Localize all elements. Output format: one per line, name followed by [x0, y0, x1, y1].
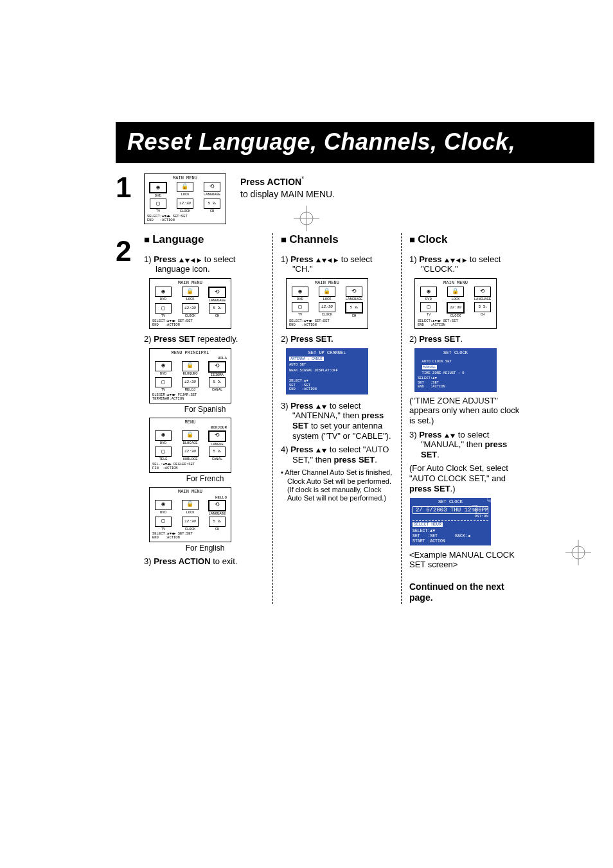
- example-caption: <Example MANUAL CLOCK SET screen>: [409, 550, 523, 570]
- clock-step-1: 1) Press to select "CLOCK.": [409, 254, 523, 274]
- main-menu-clock-screenshot: MAIN MENU ◉DVD 🔒LOCK ⟲LANGUAGE ▢TV 12:30…: [414, 278, 497, 329]
- lang-step-3: 3) Press ACTION to exit.: [144, 556, 266, 567]
- dvd-icon: ◉: [149, 182, 167, 193]
- language-icon: ⟲: [208, 361, 226, 373]
- dpad-icon: [315, 258, 339, 263]
- ch-icon: 5 31: [209, 377, 226, 387]
- main-menu-screenshot: MAIN MENU ◉DVD 🔒LOCK ⟲LANGUAGE ▢TV 12:30…: [144, 173, 226, 224]
- dpad-icon: [179, 258, 202, 263]
- dvd-icon: ◉: [155, 361, 172, 371]
- clock-step-3: 3) Press to select "MANUAL," then press …: [409, 430, 523, 460]
- step-number-2: 2: [116, 233, 144, 265]
- registration-mark-icon: [565, 540, 591, 565]
- step-2-row: 2 Language 1) Press to select language i…: [116, 233, 594, 604]
- svg-marker-22: [450, 259, 455, 263]
- section-heading-channels: Channels: [281, 233, 395, 246]
- svg-marker-12: [197, 258, 201, 263]
- language-icon: ⟲: [208, 500, 226, 511]
- ch-bullet: After Channel Auto Set is finished, Cloc…: [281, 468, 395, 502]
- ch-icon: 5 31: [204, 199, 220, 209]
- hand-icon: ☟: [486, 498, 493, 504]
- ch-step-3: 3) Press to select "ANTENNA," then press…: [281, 401, 395, 441]
- continued-note: Continued on the next page.: [409, 581, 523, 604]
- svg-marker-25: [445, 434, 449, 438]
- clock-icon: 12:30: [182, 303, 199, 314]
- language-icon: ⟲: [208, 430, 226, 442]
- manual-page: Reset Language, Channels, Clock, 1 MAIN …: [0, 122, 613, 642]
- registration-mark-icon: [294, 206, 319, 231]
- ch-icon: 5 31: [474, 302, 491, 312]
- section-heading-language: Language: [144, 233, 266, 246]
- clock-icon: 12:30: [319, 302, 335, 312]
- setup-channel-screenshot: SET UP CHANNEL ANTENNA : CABLE AUTO SET …: [286, 348, 368, 394]
- lock-icon: 🔒: [319, 287, 335, 297]
- dvd-icon: ◉: [420, 287, 437, 297]
- channels-column: Channels 1) Press to select "CH." MAIN M…: [272, 233, 401, 604]
- manual-clock-screenshot: ☟ ☟ SET CLOCK 2/ 6/2003 THU 12:00PM DST:…: [409, 497, 492, 546]
- svg-marker-19: [316, 448, 321, 452]
- dvd-icon: ◉: [155, 500, 172, 510]
- dvd-icon: ◉: [292, 287, 308, 297]
- main-menu-lang-screenshot: MAIN MENU ◉DVD 🔒LOCK ⟲LANGUAGE ▢TV 12:30…: [149, 278, 231, 329]
- tv-icon: ▢: [155, 303, 172, 314]
- step-1-instruction: Press ACTION* to display MAIN MENU.: [240, 175, 335, 200]
- tz-note: ("TIME ZONE ADJUST" appears only when au…: [409, 396, 523, 426]
- tv-icon: ▢: [420, 302, 437, 312]
- ch-icon: 5 31: [209, 447, 226, 457]
- clock-icon: 12:30: [177, 199, 193, 209]
- ch-step-4: 4) Press to select "AUTO SET," then pres…: [281, 445, 395, 465]
- svg-marker-13: [316, 258, 321, 262]
- updown-icon: [315, 404, 327, 410]
- clock-icon: 12:30: [182, 447, 199, 457]
- lang-step-1: 1) Press to select language icon.: [144, 254, 266, 274]
- updown-icon: [444, 433, 456, 439]
- dpad-icon: [444, 258, 467, 263]
- language-icon: ⟲: [208, 287, 226, 298]
- lock-icon: 🔒: [182, 500, 199, 510]
- svg-marker-14: [322, 259, 326, 263]
- updown-icon: [315, 448, 327, 454]
- clock-icon: 12:30: [182, 377, 199, 387]
- autoclock-note: (For Auto Clock Set, select "AUTO CLOCK …: [409, 463, 523, 493]
- lock-icon: 🔒: [182, 430, 199, 441]
- svg-marker-16: [334, 258, 338, 263]
- ch-step-1: 1) Press to select "CH.": [281, 254, 395, 274]
- screenshot-footer: SELECT:▲▼◀▶ SET:SET END :ACTION: [145, 214, 226, 223]
- svg-marker-15: [328, 258, 332, 263]
- clock-step-2: 2) Press SET.: [409, 334, 523, 344]
- step-1-row: 1 MAIN MENU ◉DVD 🔒LOCK ⟲LANGUAGE ▢TV 12:…: [116, 170, 594, 224]
- language-icon: ⟲: [204, 182, 220, 192]
- clock-column: Clock 1) Press to select "CLOCK." MAIN M…: [401, 233, 529, 604]
- tv-icon: ▢: [155, 377, 172, 387]
- lang-step-2: 2) Press SET repeatedly.: [144, 334, 266, 344]
- ch-icon: 5 31: [345, 302, 363, 314]
- language-icon: ⟲: [474, 287, 491, 297]
- lock-icon: 🔒: [182, 361, 199, 371]
- svg-marker-21: [445, 258, 449, 262]
- svg-marker-9: [179, 258, 184, 262]
- caption-spanish: For Spanish: [144, 405, 266, 414]
- svg-marker-23: [456, 258, 460, 263]
- svg-marker-20: [322, 449, 326, 453]
- svg-marker-18: [322, 405, 326, 409]
- lock-icon: 🔒: [182, 287, 199, 297]
- screenshot-title: MAIN MENU: [145, 176, 226, 181]
- menu-english-screenshot: MAIN MENU HELLO ◉DVD 🔒LOCK ⟲LANGUAGE ▢TV…: [149, 487, 231, 542]
- svg-marker-11: [191, 258, 195, 263]
- caption-french: For French: [144, 474, 266, 483]
- clock-icon: 12:30: [182, 517, 199, 527]
- svg-marker-17: [316, 405, 321, 409]
- menu-french-screenshot: MENU BONJOUR ◉DVD 🔒BLOCAGE ⟲LANGUE ▢TELE…: [149, 418, 231, 473]
- main-menu-ch-screenshot: MAIN MENU ◉DVD 🔒LOCK ⟲LANGUAGE ▢TV 12:30…: [286, 278, 368, 329]
- page-title: Reset Language, Channels, Clock,: [116, 122, 594, 163]
- ch-icon: 5 31: [209, 303, 226, 314]
- tv-icon: ▢: [155, 517, 172, 527]
- tv-icon: ▢: [155, 447, 172, 457]
- caption-english: For English: [144, 544, 266, 553]
- svg-marker-10: [185, 259, 190, 263]
- svg-marker-24: [463, 258, 466, 263]
- step-number-1: 1: [116, 170, 144, 202]
- tv-icon: ▢: [292, 302, 308, 312]
- clock-icon: 12:30: [447, 302, 465, 314]
- dvd-icon: ◉: [155, 287, 172, 297]
